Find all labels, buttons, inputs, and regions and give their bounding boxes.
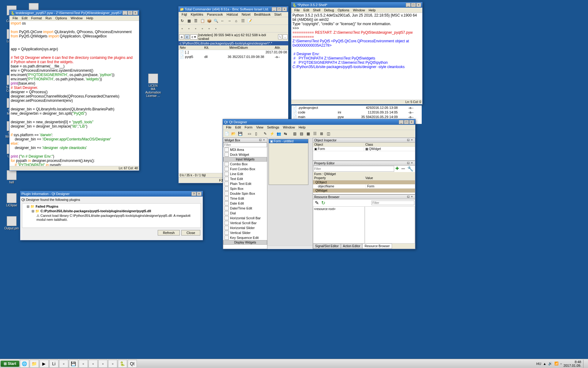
start-button[interactable]: ⊞ Start (1, 361, 19, 367)
prop-value[interactable]: Form (366, 184, 415, 188)
desktop-icon[interactable]: Output.prn (2, 216, 21, 230)
menu-edit[interactable]: Edit (233, 125, 243, 130)
col-ext[interactable]: Kit. (204, 46, 217, 49)
menu-fájl[interactable]: Fájl (180, 12, 189, 17)
col-value[interactable]: Value (364, 176, 415, 180)
remove-prop-icon[interactable]: ─ (400, 166, 406, 172)
tab-signal-slot-editor[interactable]: Signal/Slot Editor (313, 243, 341, 249)
edit-res-icon[interactable]: ✎ (314, 200, 320, 206)
pack-icon[interactable]: 📦 (206, 18, 212, 24)
widgetbox-filter[interactable] (223, 143, 267, 147)
widget-item[interactable]: Horizontal Slider (223, 225, 267, 230)
widget-item[interactable]: Date Edit (223, 201, 267, 206)
close-button[interactable]: × (409, 120, 414, 124)
prop-group-qwidget[interactable]: QWidget (313, 189, 415, 193)
menu-edit[interactable]: Edit (20, 16, 29, 21)
widget-item[interactable]: Vertical Slider (223, 230, 267, 235)
edit-buddies-icon[interactable]: 👥 (276, 131, 282, 137)
form-layout-icon[interactable]: ☷ (312, 131, 318, 137)
tray-date[interactable]: 2017.01.09. (564, 364, 581, 367)
drive-a[interactable]: a (179, 34, 184, 39)
col-property[interactable]: Property (313, 176, 364, 180)
config-icon[interactable]: 🔧 (406, 166, 415, 172)
save-icon[interactable]: 💾 (237, 131, 243, 137)
tray-volume-icon[interactable]: 🔊 (548, 362, 552, 366)
menu-settings[interactable]: Settings (265, 125, 281, 130)
liclipse-icon[interactable]: Li (49, 360, 58, 368)
edit-signals-icon[interactable]: ⚡ (269, 131, 275, 137)
refresh-icon[interactable]: ↻ (179, 18, 185, 24)
menu-start[interactable]: Start (273, 12, 283, 17)
menu-kijelölés[interactable]: Kijelölés (189, 12, 205, 17)
copy-icon[interactable]: 📋 (199, 18, 205, 24)
menu-window[interactable]: Window (351, 8, 367, 13)
new-icon[interactable]: 📄 (224, 131, 230, 137)
vlayout-icon[interactable]: ▤ (298, 131, 304, 137)
widget-item[interactable]: Double Spin Box (223, 191, 267, 196)
widget-item[interactable]: Spin Box (223, 186, 267, 191)
ie-icon[interactable]: 🌐 (20, 360, 29, 368)
menu-window[interactable]: Window (69, 16, 85, 21)
desktop-icon[interactable]: LICENMAAutomationLicense ... (144, 74, 162, 98)
undock-icon[interactable]: ◱ (406, 195, 410, 199)
drive-dropdown[interactable]: c ▾ (190, 34, 198, 40)
refresh-button[interactable]: Refresh (158, 230, 180, 236)
undock-icon[interactable]: ◱ (406, 138, 410, 142)
qt-designer-window[interactable]: Qt Qt Designer _□× FileEditFormViewSetti… (223, 119, 416, 249)
reload-res-icon[interactable]: ↻ (320, 200, 326, 206)
tool-icon[interactable]: ▫ (186, 25, 192, 32)
help-button[interactable]: ? (191, 192, 196, 196)
app-icon[interactable]: ▫ (79, 360, 88, 368)
inspector-obj[interactable]: Form (318, 147, 325, 151)
plugin-tree[interactable]: ⊟ 📁 Failed Plugins ⊟ 📁 C:/Python35/Lib/s… (22, 203, 201, 228)
search-icon[interactable]: 🔍 (213, 18, 219, 24)
media-icon[interactable]: ▶ (40, 360, 49, 368)
python-task-icon[interactable]: 🐍 (118, 360, 127, 368)
failed-plugins-node[interactable]: Failed Plugins (36, 205, 58, 208)
menu-help[interactable]: Help (85, 16, 95, 21)
back-icon[interactable]: ← (220, 18, 226, 24)
maximize-button[interactable]: □ (411, 3, 416, 7)
layout-icon[interactable]: ▭ (246, 131, 252, 137)
tool-icon[interactable]: ▫ (213, 25, 219, 32)
tool-icon[interactable]: ▫ (206, 25, 212, 32)
hlayout-icon[interactable]: ▥ (292, 131, 298, 137)
menu-view[interactable]: View (254, 125, 265, 130)
net-icon[interactable]: ☷ (240, 18, 246, 24)
menu-options[interactable]: Options (54, 16, 69, 21)
widget-item[interactable]: Date/Time Edit (223, 206, 267, 211)
widget-item[interactable]: Combo Box (223, 162, 267, 167)
prop-group-qobject[interactable]: QObject (313, 180, 415, 184)
tray-icon[interactable]: ▲ (543, 362, 546, 366)
menu-edit[interactable]: Edit (302, 8, 311, 13)
menu-help[interactable]: Help (367, 8, 378, 13)
layout-icon[interactable]: ▯ (253, 131, 259, 137)
desktop-icon[interactable]: LiClipse (2, 193, 21, 207)
tc-titlebar[interactable]: 📁 Total Commander (x64) 8.51a - Bmc Soft… (179, 6, 288, 12)
minimize-button[interactable]: _ (399, 120, 404, 124)
widget-category[interactable]: Input Widgets (223, 157, 267, 162)
widget-item[interactable]: Font Combo Box (223, 167, 267, 171)
close-button[interactable]: × (416, 3, 421, 7)
close-button[interactable]: × (197, 192, 202, 196)
close-button[interactable]: × (133, 11, 138, 15)
menu-file[interactable]: File (224, 125, 233, 130)
app-icon[interactable]: ▫ (98, 360, 107, 368)
edit-widgets-icon[interactable]: ✎ (262, 131, 268, 137)
editor-titlebar[interactable]: 🐍 testdesigner_pyqt57.pyw - Z:\Siemens\T… (9, 10, 139, 16)
tray-time[interactable]: 8:48 (575, 360, 581, 364)
qt-task-icon[interactable]: Qt (128, 360, 137, 368)
col-attr[interactable]: Attr. (275, 46, 287, 49)
tree-icon[interactable]: ☰ (193, 18, 199, 24)
menu-options[interactable]: Options (336, 8, 351, 13)
col-size[interactable]: Méret (217, 46, 238, 49)
menu-debug[interactable]: Debug (322, 8, 336, 13)
edit-tabs-icon[interactable]: ↹ (282, 131, 288, 137)
close-dock-icon[interactable]: × (410, 161, 414, 165)
file-row[interactable]: 📄 .pydevproject4292016.12.05 13:08-a-- (292, 105, 422, 110)
maximize-button[interactable]: □ (404, 120, 409, 124)
close-dock-icon[interactable]: × (410, 195, 414, 199)
explorer-icon[interactable]: 📁 (30, 360, 39, 368)
menu-nézet[interactable]: Nézet (240, 12, 252, 17)
undock-icon[interactable]: ◱ (258, 138, 262, 142)
